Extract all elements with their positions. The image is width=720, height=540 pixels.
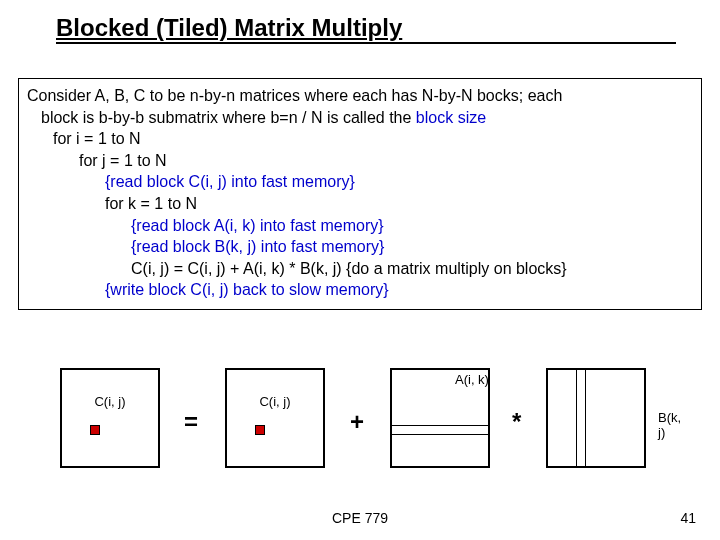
- matrix-label: A(i, k): [455, 372, 489, 387]
- code-line: for i = 1 to N: [53, 128, 693, 150]
- col-band: [576, 370, 586, 466]
- code-text: Consider A, B, C to be n-by-n matrices w…: [27, 87, 562, 104]
- title-underline: [56, 42, 676, 44]
- code-line: for k = 1 to N: [105, 193, 693, 215]
- page-number: 41: [680, 510, 696, 526]
- code-line: C(i, j) = C(i, j) + A(i, k) * B(k, j) {d…: [131, 258, 693, 280]
- matrix-label: C(i, j): [227, 394, 323, 409]
- code-line: {write block C(i, j) back to slow memory…: [105, 279, 693, 301]
- matrix-c-source: C(i, j): [225, 368, 325, 468]
- matrix-label: B(k, j): [658, 410, 690, 440]
- code-line: {read block A(i, k) into fast memory}: [131, 215, 693, 237]
- code-line: block is b-by-b submatrix where b=n / N …: [41, 107, 693, 129]
- code-line: {read block B(k, j) into fast memory}: [131, 236, 693, 258]
- footer-course: CPE 779: [0, 510, 720, 526]
- blocksize-term: block size: [416, 109, 486, 126]
- plus-sign: +: [350, 408, 364, 436]
- matrix-b: [546, 368, 646, 468]
- code-line: for j = 1 to N: [79, 150, 693, 172]
- times-sign: *: [512, 408, 521, 436]
- code-text: block is b-by-b submatrix where b=n / N …: [41, 109, 416, 126]
- matrix-label: C(i, j): [62, 394, 158, 409]
- code-line: Consider A, B, C to be n-by-n matrices w…: [27, 85, 693, 107]
- block-marker: [90, 425, 100, 435]
- equals-sign: =: [184, 408, 198, 436]
- row-band: [392, 425, 488, 435]
- code-line: {read block C(i, j) into fast memory}: [105, 171, 693, 193]
- block-marker: [255, 425, 265, 435]
- matrix-diagram: C(i, j) = C(i, j) + A(i, k) * B(k, j): [50, 348, 690, 478]
- algorithm-box: Consider A, B, C to be n-by-n matrices w…: [18, 78, 702, 310]
- matrix-c-result: C(i, j): [60, 368, 160, 468]
- page-title: Blocked (Tiled) Matrix Multiply: [56, 14, 402, 42]
